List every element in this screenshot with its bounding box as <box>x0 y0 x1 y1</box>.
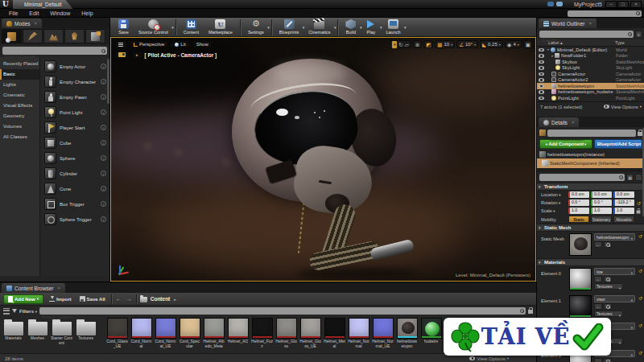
lock-icon[interactable] <box>528 310 533 314</box>
asset-cord-normal[interactable]: Cord_Normal <box>130 318 152 353</box>
visibility-eye-icon[interactable] <box>539 78 544 82</box>
mode-tab-landscape[interactable] <box>43 29 64 43</box>
category-basic[interactable]: Basic <box>0 69 39 80</box>
browse-to-asset-button[interactable] <box>604 303 612 310</box>
visibility-eye-icon[interactable] <box>539 84 544 88</box>
material-select[interactable]: visor▾ <box>594 295 635 302</box>
asset-hudwire[interactable]: hudwire <box>420 318 442 353</box>
asset-helmet-albedo-meta[interactable]: Helmet_Albedo_Meta <box>203 318 225 353</box>
scale-tool-icon[interactable]: ▱ <box>405 41 409 48</box>
transform-section-header[interactable]: ▾Transform <box>537 183 644 191</box>
tab-content-browser[interactable]: Content Browser × <box>2 283 65 293</box>
place-item-point-light[interactable]: Point Lighti <box>40 105 109 120</box>
maximize-button[interactable]: □ <box>617 1 629 8</box>
toolbar-button-marketplace[interactable]: Marketplace <box>204 19 237 36</box>
toolbar-button-settings[interactable]: Settings▾ <box>244 19 268 36</box>
move-tool-icon[interactable]: + <box>392 41 397 48</box>
pilot-eject-button[interactable]: ▸ <box>132 51 142 59</box>
filters-button[interactable]: Filters ▾ <box>19 309 37 314</box>
place-item-sphere-trigger[interactable]: Sphere Triggeri <box>40 212 109 227</box>
details-view-options-button[interactable] <box>635 174 642 181</box>
outliner-row-minimal-default-editor[interactable]: ▾Minimal_Default (Editor)World <box>537 47 644 53</box>
asset-helmetlowsetupm[interactable]: helmetlowsetupm <box>396 318 418 353</box>
feedback-bubble-icon[interactable] <box>547 2 554 6</box>
show-button[interactable]: Show <box>192 40 213 48</box>
actor-name-field[interactable] <box>547 135 636 142</box>
place-item-cone[interactable]: Conei <box>40 181 109 196</box>
outliner-row-helmetlowsetupm-hudwire[interactable]: helmetlowsetupm_hudwireSkeletalMeshActor <box>537 89 644 96</box>
expand-caret-icon[interactable]: ▾ <box>551 54 553 58</box>
outliner-row-cameraactor[interactable]: CameraActorCameraActor <box>537 71 644 77</box>
use-selected-asset-button[interactable]: ← <box>594 358 602 362</box>
outliner-row-helmetlowsetupm[interactable]: helmetlowsetupmStaticMeshActor <box>537 83 644 89</box>
property-matrix-button[interactable]: ▦ <box>626 174 634 181</box>
materials-section-header[interactable]: ▾Materials <box>537 258 644 266</box>
asset-helmet-metal[interactable]: Helmet_Metal <box>324 318 345 353</box>
outliner-row-pointlight[interactable]: PointLightPointLight <box>537 95 644 101</box>
material-select[interactable]: low▾ <box>594 268 635 275</box>
material-thumbnail[interactable] <box>569 268 592 290</box>
menu-window[interactable]: Window <box>44 9 76 18</box>
helmet-actor[interactable] <box>111 38 535 281</box>
folder-textures[interactable]: Textures <box>75 318 97 353</box>
static-mesh-component-row[interactable]: StaticMeshComponent (Inherited) <box>537 158 644 168</box>
expand-caret-icon[interactable]: ▾ <box>547 47 549 51</box>
scale-snap-icon[interactable]: ◣ <box>482 41 486 48</box>
visibility-eye-icon[interactable] <box>539 97 544 101</box>
asset-helmet-normal-ue[interactable]: Helmet_Normal_UE <box>372 318 394 353</box>
visibility-eye-icon[interactable] <box>539 54 544 58</box>
sources-panel-toggle-icon[interactable] <box>3 308 10 315</box>
category-visual-effects[interactable]: Visual Effects <box>0 101 39 111</box>
static-mesh-section-header[interactable]: ▾Static Mesh <box>537 224 644 232</box>
perspective-button[interactable]: Perspective <box>130 40 168 48</box>
reset-to-default-icon[interactable]: ↺ <box>637 200 641 206</box>
asset-cord-normal-ue[interactable]: Cord_Normal_UE <box>155 318 176 353</box>
textures-button[interactable]: Textures▾ <box>594 283 623 290</box>
outliner-row-cameraactor2[interactable]: CameraActor2CameraActor <box>537 77 644 84</box>
scale-snap-value[interactable]: 0.25 <box>488 42 497 47</box>
breadcrumb[interactable]: Content <box>151 296 171 302</box>
place-item-empty-actor[interactable]: Empty Actori <box>40 59 109 74</box>
mode-tab-paint[interactable] <box>23 29 43 43</box>
place-item-empty-pawn[interactable]: Empty Pawni <box>40 89 109 105</box>
folder-meshes[interactable]: Meshes <box>27 318 48 353</box>
instance-row[interactable]: helmetlowsetupm(Instance) <box>537 150 644 158</box>
add-new-button[interactable]: Add New▾ <box>3 294 43 304</box>
close-icon[interactable]: × <box>572 120 575 125</box>
visibility-eye-icon[interactable] <box>539 48 544 52</box>
toolbar-button-content[interactable]: Content <box>180 19 203 36</box>
mobility-stationary-button[interactable]: Stationary <box>591 216 612 223</box>
minimize-button[interactable]: – <box>605 1 617 8</box>
grid-snap-icon[interactable]: ▦ <box>437 41 442 48</box>
place-item-box-trigger[interactable]: Box Triggeri <box>40 196 109 212</box>
rotation-label[interactable]: Rotation ▾ <box>541 200 567 205</box>
tab-world-outliner[interactable]: World Outliner × <box>539 19 597 28</box>
breadcrumb-expand-icon[interactable]: ▸ <box>173 297 177 302</box>
category-lights[interactable]: Lights <box>0 80 39 90</box>
browse-to-asset-button[interactable] <box>604 358 612 362</box>
mode-tab-place[interactable] <box>2 29 22 43</box>
category-all-classes[interactable]: All Classes <box>0 132 39 142</box>
asset-cord-glass-ue[interactable]: Cord_Glass_UE <box>106 318 128 353</box>
close-icon[interactable]: × <box>57 286 60 290</box>
place-item-empty-character[interactable]: Empty Characteri <box>40 74 109 89</box>
static-mesh-thumbnail[interactable] <box>569 233 592 256</box>
forward-button[interactable]: → <box>126 296 133 302</box>
reset-to-default-icon[interactable]: ↺ <box>638 268 642 294</box>
place-item-sphere[interactable]: Spherei <box>40 150 109 166</box>
lit-button[interactable]: Lit <box>171 40 189 48</box>
viewport-options-button[interactable] <box>114 40 127 48</box>
grid-snap-value[interactable]: 10 <box>444 42 449 47</box>
outliner-row-newfolder1[interactable]: ▾NewFolder1Folder <box>537 53 644 60</box>
place-item-cube[interactable]: Cubei <box>40 135 109 150</box>
asset-helmet-gloss[interactable]: Helmet_Gloss <box>275 318 297 353</box>
browse-to-asset-button[interactable] <box>604 241 612 248</box>
outliner-search-input[interactable] <box>539 36 634 43</box>
content-view-options-button[interactable]: View Options ▾ <box>469 356 509 361</box>
outliner-row-skybox[interactable]: SkyboxStaticMeshActor <box>537 59 644 65</box>
toolbar-button-launch[interactable]: Launch▾ <box>382 19 404 36</box>
reset-to-default-icon[interactable]: ↺ <box>638 233 642 258</box>
rotation-x-field[interactable]: 0.0 ° <box>568 200 589 206</box>
menu-file[interactable]: File <box>3 9 23 18</box>
scale-y-field[interactable]: 1.0 <box>591 208 612 214</box>
